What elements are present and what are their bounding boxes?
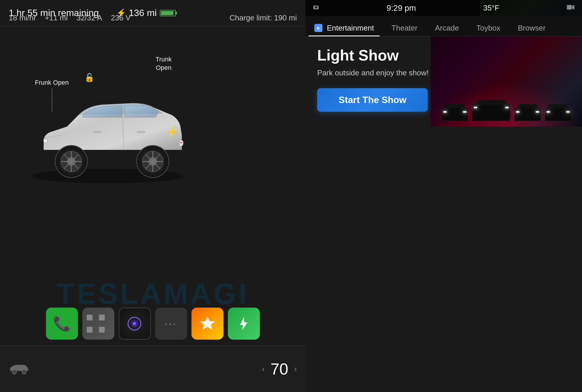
show-car-3 — [514, 108, 541, 121]
headlights-left — [443, 111, 447, 113]
status-temp: 35°F — [483, 3, 499, 13]
show-car-1 — [442, 108, 468, 121]
video-icon — [567, 4, 575, 12]
headlights-right — [463, 111, 466, 113]
amps-stat: 32/32 A — [77, 13, 102, 22]
app-dock: 📞 ··· — [0, 302, 306, 345]
svg-point-29 — [317, 6, 318, 6]
dots-app[interactable]: ··· — [155, 308, 187, 340]
range-stat: +11 mi — [45, 13, 68, 22]
show-car-main — [472, 103, 510, 121]
svg-rect-30 — [567, 5, 572, 10]
status-bar-right: 9:29 pm 35°F — [306, 0, 582, 16]
headlights-right — [536, 111, 539, 113]
battery-bar — [160, 10, 176, 16]
svg-point-25 — [12, 370, 17, 374]
camera-icon — [313, 4, 319, 12]
car-svg: ⚡ — [20, 61, 189, 192]
tab-toybox[interactable]: Toybox — [468, 20, 509, 36]
right-panel: 9:29 pm 35°F Entertainment Theater Arcad… — [306, 0, 582, 392]
temp-decrease[interactable]: ‹ — [262, 364, 265, 374]
headlights-right — [505, 107, 509, 108]
car-show-image — [431, 36, 582, 127]
show-car-4 — [545, 108, 571, 121]
svg-rect-5 — [137, 131, 145, 133]
charge-limit: Charge limit: 190 mi — [230, 13, 297, 22]
car-icon-small — [9, 363, 29, 375]
nav-tabs: Entertainment Theater Arcade Toybox Brow… — [306, 16, 582, 36]
headlights-left — [516, 111, 519, 113]
party-app[interactable] — [191, 308, 223, 340]
energy-app[interactable] — [228, 308, 260, 340]
svg-text:⚡: ⚡ — [166, 125, 179, 138]
apps-icon[interactable] — [82, 308, 114, 340]
charge-stats: 18 mi/hr +11 mi 32/32 A 236 V — [9, 13, 131, 22]
headlights-left — [546, 111, 550, 113]
headlights-left — [474, 107, 477, 108]
entertainment-icon — [314, 24, 322, 32]
temperature-value: 70 — [270, 360, 288, 378]
status-time: 9:29 pm — [386, 3, 416, 13]
voltage-stat: 236 V — [111, 13, 131, 22]
start-show-button[interactable]: Start The Show — [317, 88, 428, 112]
headlights-right — [566, 111, 570, 113]
car-visualization: Frunk Open 🔓 TrunkOpen — [0, 26, 306, 215]
svg-marker-24 — [200, 316, 215, 330]
siri-app[interactable] — [119, 308, 151, 340]
bottom-dock: ‹ 70 › — [0, 345, 306, 392]
temp-increase[interactable]: › — [294, 364, 297, 374]
tab-entertainment[interactable]: Entertainment — [306, 20, 383, 36]
status-bar-left: 1 hr 55 min remaining ⚡ 136 mi 18 mi/hr … — [0, 0, 306, 26]
svg-rect-3 — [180, 142, 182, 143]
left-panel: 1 hr 55 min remaining ⚡ 136 mi 18 mi/hr … — [0, 0, 306, 392]
tab-arcade[interactable]: Arcade — [426, 20, 468, 36]
tab-theater[interactable]: Theater — [383, 20, 426, 36]
svg-point-23 — [133, 322, 136, 325]
svg-rect-2 — [44, 141, 47, 142]
tab-browser[interactable]: Browser — [509, 20, 554, 36]
svg-point-28 — [315, 6, 317, 8]
svg-rect-4 — [93, 131, 101, 133]
phone-app[interactable]: 📞 — [46, 308, 78, 340]
temp-control: ‹ 70 › — [262, 360, 297, 378]
speed-stat: 18 mi/hr — [9, 13, 36, 22]
car-show-cars — [431, 103, 582, 121]
charge-mi: 136 mi — [129, 8, 157, 18]
svg-point-26 — [22, 370, 26, 374]
svg-marker-31 — [572, 5, 574, 10]
